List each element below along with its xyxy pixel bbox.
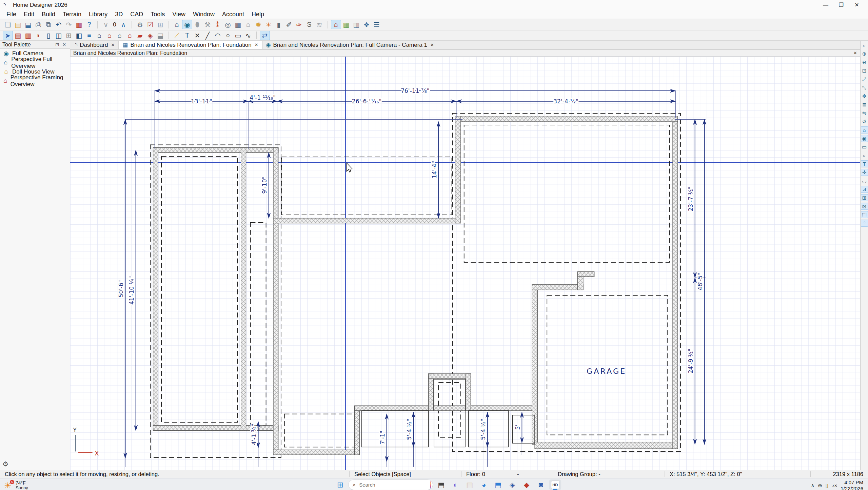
restore-button[interactable]: ❐ xyxy=(833,0,849,10)
open-plan-icon[interactable]: ▤ xyxy=(13,20,23,29)
zoom-out-icon[interactable]: ⊖ xyxy=(861,59,868,66)
select-objects-icon[interactable]: ➤ xyxy=(3,31,13,40)
picture-library-icon[interactable]: ▦ xyxy=(341,20,351,29)
help-icon[interactable]: ? xyxy=(84,20,94,29)
cabinet-tools-icon[interactable]: ⊞ xyxy=(64,31,74,40)
text-tools-icon[interactable]: T xyxy=(182,31,192,40)
print-icon[interactable]: ⎙ xyxy=(33,20,43,29)
view-close-icon[interactable]: ✕ xyxy=(853,50,857,56)
close-button[interactable]: ✕ xyxy=(849,0,865,10)
mcafee-icon[interactable]: ◆ xyxy=(520,479,533,490)
deck-railing-tools-icon[interactable]: ▥ xyxy=(23,31,33,40)
edge-browser-icon[interactable]: ◕ xyxy=(478,479,490,490)
draw-line-icon[interactable]: ╱ xyxy=(202,31,213,40)
search-input[interactable] xyxy=(358,482,427,488)
menu-file[interactable]: File xyxy=(3,10,20,19)
menu-tools[interactable]: Tools xyxy=(147,10,169,19)
pan-window-icon[interactable]: ✥ xyxy=(861,93,868,100)
menu-window[interactable]: Window xyxy=(189,10,218,19)
mouse-orbit-icon[interactable]: ⬮ xyxy=(192,20,202,29)
shopping-cart-icon[interactable]: ⊞ xyxy=(155,20,165,29)
grid-snaps-icon[interactable]: ⊞ xyxy=(861,194,868,201)
roofing-material-icon[interactable]: ▰ xyxy=(135,31,145,40)
border-toggle-icon[interactable]: ▭ xyxy=(861,143,868,150)
floor-down-icon[interactable]: ∨ xyxy=(101,20,111,29)
soffit-tools-icon[interactable]: ⬓ xyxy=(155,31,165,40)
menu-build[interactable]: Build xyxy=(38,10,59,19)
framing-tools-icon[interactable]: ⌂ xyxy=(125,31,135,40)
tab-foundation[interactable]: ▦ Brian and Nicoles Renovation Plan: Fou… xyxy=(119,41,262,49)
taskbar-weather-widget[interactable]: ☀ 5 74°F Sunny xyxy=(0,480,102,490)
find-object-icon[interactable]: ⌕ xyxy=(861,42,868,49)
tray-network-icon[interactable]: ⊕ xyxy=(818,483,822,489)
start-button[interactable]: ⊞ xyxy=(334,479,346,490)
walkthrough-footprints-icon[interactable]: ⁑ xyxy=(213,20,223,29)
zoom-in-icon[interactable]: ⊕ xyxy=(861,50,868,57)
floor-up-icon[interactable]: ∧ xyxy=(118,20,129,29)
palette-close-icon[interactable]: ✕ xyxy=(61,42,67,47)
menu-help[interactable]: Help xyxy=(248,10,268,19)
fill-window-building-only-icon[interactable]: ⤡ xyxy=(861,84,868,91)
stair-tools-icon[interactable]: ≡ xyxy=(84,31,94,40)
plan-drawing-canvas[interactable]: .dim{stroke:#1d2f7e;stroke-width:1.1;} .… xyxy=(70,57,860,470)
roof-tools-icon[interactable]: ⌂ xyxy=(104,31,115,40)
save-plan-icon[interactable]: ⬓ xyxy=(23,20,33,29)
print-preview-icon[interactable]: ⧉ xyxy=(43,20,54,29)
door-tools-icon[interactable]: ▯ xyxy=(43,31,54,40)
tray-chevron-up-icon[interactable]: ∧ xyxy=(811,483,814,489)
outlook-icon[interactable]: ◙ xyxy=(535,479,547,490)
curved-wall-tools-icon[interactable]: ◗ xyxy=(33,31,43,40)
fixture-tools-icon[interactable]: ◧ xyxy=(74,31,84,40)
home-designer-taskbar-icon[interactable]: HD xyxy=(549,479,561,490)
fill-window-icon[interactable]: ⤢ xyxy=(861,76,868,83)
spray-material-icon[interactable]: ▮ xyxy=(274,20,284,29)
material-eyedropper-icon[interactable]: ✐ xyxy=(284,20,294,29)
curve-tangency-icon[interactable]: ◡ xyxy=(861,177,868,184)
angle-snaps-icon[interactable]: ⊠ xyxy=(861,203,868,210)
toggle-sunlight-icon[interactable]: ✹ xyxy=(253,20,263,29)
menu-account[interactable]: Account xyxy=(218,10,248,19)
snapshot-camera-icon[interactable]: ◎ xyxy=(223,20,233,29)
object-eyedropper-icon[interactable]: ✑ xyxy=(294,20,304,29)
full-camera-icon[interactable]: ◉ xyxy=(182,20,192,29)
menu-edit[interactable]: Edit xyxy=(20,10,38,19)
layer-display-options-icon[interactable]: ☰ xyxy=(372,20,382,29)
palette-float-icon[interactable]: ⊡ xyxy=(54,42,60,47)
task-view-icon[interactable]: ⬒ xyxy=(435,479,447,490)
skylight-tools-icon[interactable]: ◈ xyxy=(145,31,155,40)
dimension-tools-icon[interactable]: ⟋ xyxy=(172,31,182,40)
microsoft-store-icon[interactable]: ⬒ xyxy=(492,479,504,490)
swap-views-icon[interactable]: ⇋ xyxy=(861,109,868,117)
floor-number[interactable]: 0 xyxy=(111,20,118,29)
preferences-checklist-icon[interactable]: ☑ xyxy=(145,20,155,29)
display-options-icon[interactable]: ⌂ xyxy=(861,126,868,134)
show-axes-icon[interactable]: ⊿ xyxy=(861,186,868,193)
marker-defaults-icon[interactable]: ✛ xyxy=(861,169,868,176)
file-explorer-icon[interactable]: ▤ xyxy=(463,479,476,490)
edit-house-tools-icon[interactable]: ⚒ xyxy=(202,20,213,29)
tab-dashboard[interactable]: ◝ Dashboard ✕ xyxy=(72,41,119,49)
menu-3d[interactable]: 3D xyxy=(111,10,126,19)
menu-cad[interactable]: CAD xyxy=(126,10,147,19)
toggle-side-windows-icon[interactable]: ⇄ xyxy=(260,31,270,40)
security-app-icon[interactable]: ◈ xyxy=(506,479,518,490)
project-browser-icon[interactable]: ❖ xyxy=(361,20,372,29)
undo-zoom-icon[interactable]: ↺ xyxy=(861,118,868,125)
plan-preview-icon[interactable]: ⌕ xyxy=(861,152,868,159)
object-snaps-icon[interactable]: ⬚ xyxy=(861,211,868,218)
default-settings-wrench-icon[interactable]: ⚙ xyxy=(135,20,145,29)
wall-tools-icon[interactable]: ▤ xyxy=(13,31,23,40)
tab-camera[interactable]: ◉ Brian and Nicoles Renovation Plan: Ful… xyxy=(262,41,438,49)
adjust-shape-icon[interactable]: S xyxy=(304,20,314,29)
draw-arc-icon[interactable]: ◠ xyxy=(213,31,223,40)
layer-sets-icon[interactable]: ≣ xyxy=(861,101,868,108)
delete-tool-icon[interactable]: ✕ xyxy=(192,31,202,40)
taskbar-clock[interactable]: 4:07 PM 1/22/2026 xyxy=(841,479,863,490)
dormer-tools-icon[interactable]: ⌂ xyxy=(115,31,125,40)
menu-library[interactable]: Library xyxy=(85,10,111,19)
room-tools-icon[interactable]: ⌂ xyxy=(94,31,104,40)
taskbar-search[interactable]: ⌕ xyxy=(348,479,433,490)
palette-item-perspective-framing-overview[interactable]: ⌂Perspective Framing Overview xyxy=(0,76,70,85)
bumping-pushing-icon[interactable]: ⁘ xyxy=(861,220,868,227)
tab-camera-close-icon[interactable]: ✕ xyxy=(430,42,434,47)
